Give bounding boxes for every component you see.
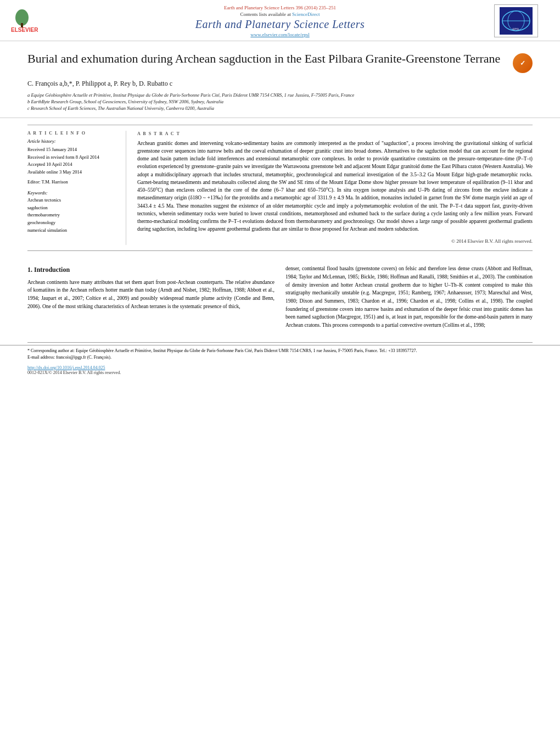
keyword-5: numerical simulation — [27, 227, 117, 235]
journal-logo-box-area: EPSL — [494, 4, 549, 37]
article-history: Article history: Received 15 January 201… — [27, 138, 117, 186]
crossmark-badge[interactable]: ✓ — [513, 53, 533, 73]
keyword-3: thermobarometry — [27, 211, 117, 219]
contents-line: Contents lists available at ScienceDirec… — [66, 12, 494, 17]
affiliation-b: b EarthByte Research Group, School of Ge… — [27, 99, 533, 105]
journal-logo-box: EPSL — [494, 4, 538, 37]
svg-text:ELSEVIER: ELSEVIER — [11, 27, 38, 33]
main-content: 1. Introduction Archean continents have … — [0, 256, 560, 342]
left-column: 1. Introduction Archean continents have … — [27, 265, 275, 334]
affiliation-c: c Research School of Earth Sciences, The… — [27, 105, 533, 112]
keyword-4: geochronology — [27, 219, 117, 227]
accepted-date: Accepted 10 April 2014 — [27, 161, 117, 169]
affiliation-block: a Equipe Géobiosphère Actuelle et Primit… — [27, 92, 533, 112]
journal-header: ELSEVIER Earth and Planetary Science Let… — [0, 0, 560, 41]
authors-line: C. François a,b,*, P. Philippot a, P. Re… — [27, 80, 533, 88]
section1-right-text: denser, continental flood basalts (green… — [285, 265, 533, 330]
doi-link[interactable]: http://dx.doi.org/10.1016/j.epsl.2014.04… — [27, 365, 533, 370]
footnote-star: * Corresponding author at: Equipe Géobio… — [27, 348, 533, 354]
footnote-email: E-mail address: francois@ipgp.fr (C. Fra… — [27, 354, 533, 361]
editor-line: Editor: T.M. Harrison — [27, 178, 117, 186]
affiliation-a: a Equipe Géobiosphère Actuelle et Primit… — [27, 92, 533, 99]
abstract-text: Archean granitic domes and intervening v… — [137, 140, 533, 233]
history-label: Article history: — [27, 138, 117, 146]
journal-title-header: Earth and Planetary Science Letters — [66, 18, 494, 31]
keyword-2: sagduction — [27, 204, 117, 212]
article-info-col: A R T I C L E I N F O Article history: R… — [27, 131, 126, 246]
article-body: A R T I C L E I N F O Article history: R… — [0, 125, 560, 246]
keyword-1: Archean tectonics — [27, 197, 117, 204]
doi-footer: http://dx.doi.org/10.1016/j.epsl.2014.04… — [0, 363, 560, 380]
page-wrapper: ELSEVIER Earth and Planetary Science Let… — [0, 0, 560, 742]
article-header-section: Burial and exhumation during Archean sag… — [0, 41, 560, 118]
sciencedirect-link[interactable]: ScienceDirect — [292, 12, 320, 17]
article-title: Burial and exhumation during Archean sag… — [27, 51, 502, 67]
section1-left-text: Archean continents have many attributes … — [27, 278, 275, 311]
available-date: Available online 3 May 2014 — [27, 169, 117, 176]
journal-url[interactable]: www.elsevier.com/locate/epsl — [66, 32, 494, 37]
issn-line: 0012-821X/© 2014 Elsevier B.V. All right… — [27, 370, 533, 375]
crossmark-row: Burial and exhumation during Archean sag… — [27, 51, 533, 73]
section1-heading: 1. Introduction — [27, 265, 275, 275]
abstract-col: A B S T R A C T Archean granitic domes a… — [137, 131, 533, 246]
elsevier-logo-area: ELSEVIER — [11, 7, 66, 35]
elsevier-logo-svg: ELSEVIER — [11, 7, 60, 34]
crossmark-icon: ✓ — [520, 59, 525, 68]
keywords-label: Keywords: — [27, 190, 117, 196]
epsl-logo-svg: EPSL — [500, 7, 533, 35]
revised-date: Received in revised form 8 April 2014 — [27, 154, 117, 161]
copyright-line: © 2014 Elsevier B.V. All rights reserved… — [137, 238, 533, 246]
keywords-list: Archean tectonics sagduction thermobarom… — [27, 197, 117, 234]
abstract-label: A B S T R A C T — [137, 131, 533, 137]
journal-header-center: Earth and Planetary Science Letters 396 … — [66, 5, 494, 37]
article-info-label: A R T I C L E I N F O — [27, 131, 117, 136]
keywords-block: Keywords: Archean tectonics sagduction t… — [27, 190, 117, 234]
received-date: Received 15 January 2014 — [27, 146, 117, 154]
right-column: denser, continental flood basalts (green… — [285, 265, 533, 334]
article-info-abstract: A R T I C L E I N F O Article history: R… — [27, 125, 533, 246]
svg-text:EPSL: EPSL — [513, 27, 520, 31]
section-divider — [27, 250, 533, 251]
journal-meta-top: Earth and Planetary Science Letters 396 … — [66, 5, 494, 10]
footnote-section: * Corresponding author at: Equipe Géobio… — [0, 345, 560, 363]
